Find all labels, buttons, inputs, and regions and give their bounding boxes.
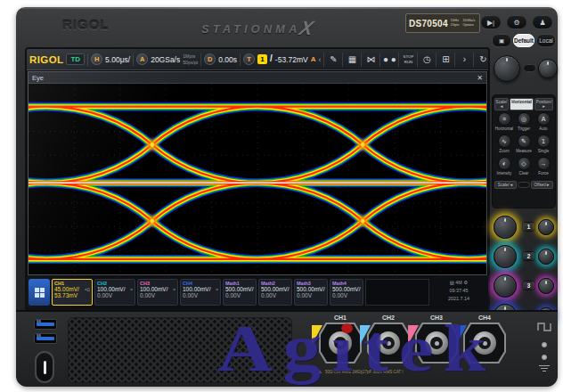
- touch-lock-button[interactable]: ▣: [492, 34, 511, 47]
- panel-key-single: 1Single: [534, 135, 553, 157]
- channel-boxes: CH145.00mV/=Ω53.73mVCH2100.00mV/=0.00VCH…: [52, 279, 363, 306]
- horizontal-group[interactable]: H 5.00μs/: [91, 53, 130, 65]
- power-button[interactable]: [35, 351, 54, 383]
- snapshot-button[interactable]: ▶|: [480, 15, 502, 29]
- collapse-chevron-icon[interactable]: ‹: [318, 55, 321, 64]
- dual-cursor-icon[interactable]: ● ●: [379, 53, 398, 67]
- knob-mini-button[interactable]: [523, 64, 536, 72]
- oscilloscope-chassis: RIGOL STATIONMAX DS70504 5GHz 20GSa/s 2G…: [16, 7, 558, 387]
- history-clock-icon[interactable]: ◷: [417, 53, 436, 67]
- channel-2-offset-knob[interactable]: [538, 249, 554, 265]
- clock-time: 09:37:45: [450, 288, 469, 293]
- ground-icon: [539, 365, 550, 372]
- refresh-icon[interactable]: ↻: [473, 53, 490, 67]
- channel-offset: 0.00V: [140, 292, 175, 298]
- user-button[interactable]: ♟: [532, 15, 553, 29]
- keypad-mini-button[interactable]: [518, 182, 530, 188]
- default-button[interactable]: Default: [513, 34, 534, 47]
- zoom-button[interactable]: ∿: [498, 135, 511, 148]
- intensity-button[interactable]: ◐: [498, 157, 511, 170]
- trigger-level: -53.72mV: [275, 55, 308, 64]
- trigger-group[interactable]: T 1 / -53.72mV A: [243, 53, 315, 65]
- channel-3-offset-knob[interactable]: [538, 278, 554, 294]
- system-logo-icon[interactable]: [29, 279, 50, 306]
- multifunction-knob[interactable]: [494, 55, 520, 82]
- scale-value: 100.00mV/: [140, 286, 167, 292]
- eye-window-titlebar[interactable]: Eye ✕: [29, 72, 486, 84]
- navigation-knob[interactable]: [538, 59, 558, 78]
- channel-box-math2[interactable]: Math2500.00mV/0.00V: [258, 279, 292, 306]
- front-key-panel: ▣ Default Local Scale/◄ Horizontal Posit…: [492, 34, 556, 310]
- panel-key-label: Measure: [514, 149, 534, 153]
- auto-button[interactable]: A: [537, 112, 551, 126]
- channel-1-button[interactable]: 1: [522, 222, 535, 232]
- panel-key-intensity: ◐Intensity: [494, 157, 514, 179]
- local-button[interactable]: Local: [536, 34, 556, 47]
- more-icon[interactable]: ›: [454, 53, 473, 67]
- apps-icon[interactable]: ⊞: [436, 53, 454, 67]
- offset-bottom-label: Offset/►: [531, 181, 553, 189]
- annotate-icon[interactable]: ✎: [323, 53, 342, 67]
- eye-diagram-icon[interactable]: ⋈: [361, 53, 379, 67]
- eye-window: Eye ✕: [28, 71, 487, 275]
- trigger-button[interactable]: ◎: [518, 112, 531, 126]
- channel-offset: 0.00V: [97, 292, 133, 298]
- channel-box-math3[interactable]: Math3500.00mV/0.00V: [294, 279, 328, 306]
- channel-box-ch2[interactable]: CH2100.00mV/=0.00V: [94, 279, 135, 306]
- stop-run-icon[interactable]: STOP RUN: [398, 53, 417, 67]
- clear-button[interactable]: ◇: [518, 157, 531, 170]
- scale-value: 500.00mV/: [332, 286, 360, 292]
- channel-1-scale-knob[interactable]: [494, 216, 517, 239]
- force-button[interactable]: →: [537, 157, 551, 170]
- scale-value: 45.00mV/: [54, 286, 79, 292]
- display-screen: RIGOL TD H 5.00μs/ A 20GSa/s 1Mpts 50ps/…: [25, 47, 490, 311]
- model-plate: DS70504 5GHz 20GSa/s 2Gpts Options: [405, 13, 480, 33]
- channel-status-bar: CH145.00mV/=Ω53.73mVCH2100.00mV/=0.00VCH…: [27, 275, 488, 309]
- single-button[interactable]: 1: [537, 135, 551, 148]
- acquire-group[interactable]: A 20GSa/s 1Mpts 50ps/pt: [136, 53, 198, 65]
- comp-signal-pad: [542, 342, 547, 347]
- channel-box-ch1[interactable]: CH145.00mV/=Ω53.73mV: [52, 279, 93, 306]
- channel-box-math1[interactable]: Math1500.00mV/0.00V: [223, 279, 257, 306]
- panel-top-buttons: ▣ Default Local: [492, 34, 556, 47]
- horizontal-button[interactable]: ≡: [498, 112, 511, 126]
- channel-box-math4[interactable]: Math4500.00mV/0.00V: [330, 279, 363, 306]
- settings-button[interactable]: ⚙: [506, 15, 527, 29]
- coupling-tags: =: [216, 288, 218, 292]
- channel-box-ch4[interactable]: CH4100.00mV/=0.00V: [180, 279, 221, 306]
- channel-offset: 53.73mV: [54, 292, 90, 298]
- channel-2-scale-knob[interactable]: [494, 245, 517, 268]
- watermark-text: tek: [363, 312, 496, 385]
- channel-box-ch3[interactable]: CH3100.00mV/=0.00V: [137, 279, 178, 306]
- measure-icon[interactable]: ▦: [342, 53, 361, 67]
- channel-row-2: 2: [492, 241, 556, 271]
- panel-key-label: Trigger: [514, 127, 534, 131]
- system-status-box[interactable]: ▤ 4M ⚙ 09:37:45 2021.7.14: [431, 279, 486, 306]
- square-wave-icon: [537, 323, 551, 331]
- horizontal-label: Horizontal: [510, 98, 533, 110]
- measure-button[interactable]: ✎: [518, 135, 531, 148]
- delay-group[interactable]: D 0.00s: [204, 53, 237, 65]
- coupling-tags: =Ω: [85, 288, 90, 292]
- toolbar-divider: [240, 53, 241, 66]
- eye-diagram: [29, 84, 486, 274]
- panel-key-trigger: ◎Trigger: [514, 112, 534, 135]
- close-icon[interactable]: ✕: [477, 74, 483, 82]
- delay-badge-icon: D: [204, 53, 216, 65]
- watermark-text-i: ı: [331, 315, 363, 381]
- toolbar-divider: [87, 53, 88, 66]
- scale-value: 500.00mV/: [297, 286, 324, 292]
- coupling-tags: =: [130, 288, 133, 292]
- channel-row-1: 1: [492, 212, 556, 241]
- channel-3-scale-knob[interactable]: [494, 274, 517, 298]
- mode-badge[interactable]: TD: [66, 53, 85, 65]
- channel-1-offset-knob[interactable]: [538, 219, 554, 235]
- scope-toolbar: RIGOL TD H 5.00μs/ A 20GSa/s 1Mpts 50ps/…: [27, 49, 488, 70]
- panel-key-label: Auto: [534, 127, 553, 131]
- channel-3-button[interactable]: 3: [522, 281, 535, 290]
- keypad-top-labels: Scale/◄ Horizontal Position/►: [494, 98, 553, 110]
- scale-value: 500.00mV/: [261, 286, 289, 292]
- channel-2-button[interactable]: 2: [522, 251, 535, 261]
- toolbar-divider: [133, 53, 134, 66]
- comp-ground-pad: [542, 355, 547, 360]
